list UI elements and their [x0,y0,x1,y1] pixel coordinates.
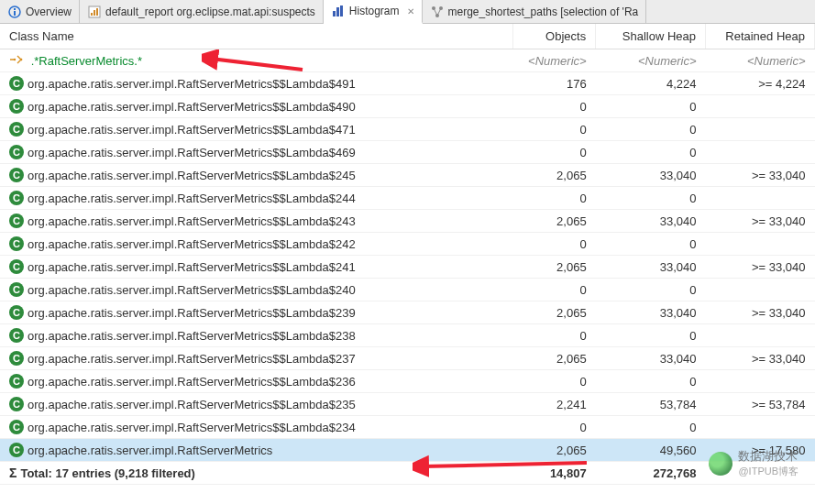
class-name: org.apache.ratis.server.impl.RaftServerM… [28,260,356,274]
cell-retained [706,141,815,164]
cell-shallow: 0 [596,118,706,141]
cell-objects: 2,065 [513,301,596,324]
col-classname[interactable]: Class Name [0,24,513,49]
cell-retained [706,279,815,301]
cell-objects: 0 [513,187,596,210]
tab-label: default_report org.eclipse.mat.api:suspe… [105,5,315,18]
cell-retained [706,370,815,393]
histogram-table: Class Name Objects Shallow Heap Retained… [0,24,815,485]
cell-objects: 176 [513,72,596,95]
filter-objects[interactable]: <Numeric> [513,49,596,72]
table-row[interactable]: Corg.apache.ratis.server.impl.RaftServer… [0,164,815,187]
filter-row[interactable]: .*RaftServerMetrics.* <Numeric> <Numeric… [0,49,815,72]
cell-shallow: 0 [596,370,706,393]
cell-objects: 0 [513,233,596,256]
class-icon: C [9,351,24,366]
cell-shallow: 53,784 [596,393,706,416]
cell-objects: 0 [513,279,596,301]
svg-rect-7 [333,11,336,16]
tab-bar: Overviewdefault_report org.eclipse.mat.a… [0,0,815,24]
filter-input[interactable]: .*RaftServerMetrics.* [31,54,142,68]
table-row[interactable]: Corg.apache.ratis.server.impl.RaftServer… [0,233,815,256]
table-row[interactable]: Corg.apache.ratis.server.impl.RaftServer… [0,141,815,164]
tab-label: Histogram [349,5,400,17]
class-icon: C [9,397,24,411]
table-row[interactable]: Corg.apache.ratis.server.impl.RaftServer… [0,439,815,462]
col-retained[interactable]: Retained Heap [706,24,815,49]
cell-shallow: 33,040 [596,256,706,279]
table-row[interactable]: Corg.apache.ratis.server.impl.RaftServer… [0,370,815,393]
class-icon: C [9,191,24,205]
table-row[interactable]: Corg.apache.ratis.server.impl.RaftServer… [0,279,815,301]
total-row: ΣTotal: 17 entries (9,218 filtered)14,80… [0,462,815,485]
cell-objects: 2,241 [513,393,596,416]
cell-retained: >= 33,040 [706,210,815,233]
table-row[interactable]: Corg.apache.ratis.server.impl.RaftServer… [0,118,815,141]
cell-retained [706,324,815,347]
svg-rect-4 [91,13,93,16]
class-icon: C [9,76,24,91]
cell-objects: 2,065 [513,164,596,187]
tab-2[interactable]: Histogram✕ [324,0,423,24]
tab-icon [331,4,346,18]
col-shallow[interactable]: Shallow Heap [596,24,706,49]
total-label: Total: 17 entries (9,218 filtered) [20,466,195,480]
tab-icon [7,5,22,19]
cell-shallow: 0 [596,95,706,118]
tab-0[interactable]: Overview [0,0,80,23]
class-name: org.apache.ratis.server.impl.RaftServerM… [28,77,356,91]
cell-retained: >= 4,224 [706,72,815,95]
cell-shallow: 33,040 [596,164,706,187]
table-row[interactable]: Corg.apache.ratis.server.impl.RaftServer… [0,187,815,210]
class-name: org.apache.ratis.server.impl.RaftServerM… [28,352,356,366]
total-shallow: 272,768 [596,462,706,485]
class-name: org.apache.ratis.server.impl.RaftServerM… [28,421,356,434]
close-icon[interactable]: ✕ [407,6,414,16]
cell-shallow: 49,560 [596,439,706,462]
cell-shallow: 0 [596,187,706,210]
table-row[interactable]: Corg.apache.ratis.server.impl.RaftServer… [0,210,815,233]
table-row[interactable]: Corg.apache.ratis.server.impl.RaftServer… [0,72,815,95]
svg-rect-1 [14,8,16,10]
cell-shallow: 0 [596,324,706,347]
table-row[interactable]: Corg.apache.ratis.server.impl.RaftServer… [0,347,815,370]
class-icon: C [9,236,24,251]
col-objects[interactable]: Objects [513,24,596,49]
table-row[interactable]: Corg.apache.ratis.server.impl.RaftServer… [0,256,815,279]
tab-3[interactable]: merge_shortest_paths [selection of 'Ra [423,0,647,23]
cell-objects: 2,065 [513,439,596,462]
table-row[interactable]: Corg.apache.ratis.server.impl.RaftServer… [0,393,815,416]
class-name: org.apache.ratis.server.impl.RaftServerM… [28,214,356,228]
table-row[interactable]: Corg.apache.ratis.server.impl.RaftServer… [0,324,815,347]
class-icon: C [9,99,24,114]
class-name: org.apache.ratis.server.impl.RaftServerM… [28,100,356,114]
table-row[interactable]: Corg.apache.ratis.server.impl.RaftServer… [0,301,815,324]
class-icon: C [9,122,24,137]
cell-shallow: 33,040 [596,301,706,324]
header-row: Class Name Objects Shallow Heap Retained… [0,24,815,49]
cell-objects: 2,065 [513,210,596,233]
tab-icon [430,5,445,19]
tab-icon [87,5,102,19]
class-name: org.apache.ratis.server.impl.RaftServerM… [28,398,356,411]
table-row[interactable]: Corg.apache.ratis.server.impl.RaftServer… [0,95,815,118]
filter-retained[interactable]: <Numeric> [706,49,815,72]
filter-shallow[interactable]: <Numeric> [596,49,706,72]
cell-shallow: 33,040 [596,347,706,370]
class-icon: C [9,420,24,434]
class-name: org.apache.ratis.server.impl.RaftServerM… [28,444,272,457]
sigma-icon: Σ [9,466,17,480]
cell-shallow: 0 [596,416,706,439]
table-row[interactable]: Corg.apache.ratis.server.impl.RaftServer… [0,416,815,439]
class-name: org.apache.ratis.server.impl.RaftServerM… [28,192,356,205]
cell-retained [706,95,815,118]
tab-1[interactable]: default_report org.eclipse.mat.api:suspe… [80,0,324,23]
total-retained [706,462,815,485]
cell-shallow: 4,224 [596,72,706,95]
class-name: org.apache.ratis.server.impl.RaftServerM… [28,123,356,137]
cell-shallow: 0 [596,233,706,256]
svg-rect-9 [340,5,343,16]
svg-rect-6 [96,8,98,16]
tab-label: merge_shortest_paths [selection of 'Ra [448,5,639,18]
cell-objects: 0 [513,370,596,393]
